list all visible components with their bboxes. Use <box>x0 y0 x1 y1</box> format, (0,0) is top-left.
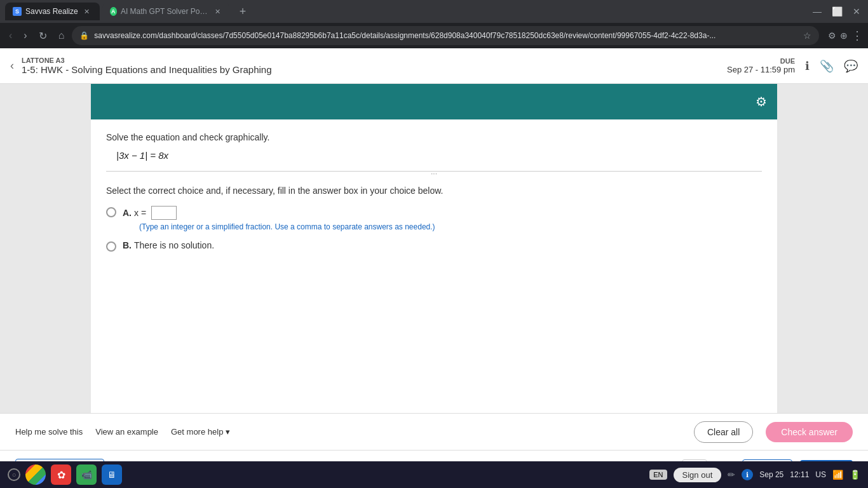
choice-a-content: A. x = (Type an integer or a simplified … <box>123 206 435 231</box>
clear-all-button[interactable]: Clear all <box>694 421 753 443</box>
tab-bar: S Savvas Realize ✕ A AI Math GPT Solver … <box>0 0 868 23</box>
due-section: DUE Sep 27 - 11:59 pm <box>727 57 795 74</box>
check-answer-button[interactable]: Check answer <box>766 422 853 442</box>
tab-savvas-label: Savvas Realize <box>25 7 78 16</box>
sign-out-button[interactable]: Sign out <box>674 468 722 482</box>
tab-savvas-close[interactable]: ✕ <box>82 6 92 17</box>
home-icon[interactable]: ⌂ <box>55 27 69 44</box>
meet-app-icon[interactable]: 📹 <box>76 464 97 485</box>
header-right: DUE Sep 27 - 11:59 pm ℹ 📎 💬 <box>727 57 858 74</box>
choice-list: A. x = (Type an integer or a simplified … <box>106 206 762 252</box>
tab-ai-math[interactable]: A AI Math GPT Solver Powered b... ✕ <box>102 3 229 20</box>
equation-display: |3x − 1| = 8x <box>116 150 762 161</box>
choice-b-label: B. <box>123 240 132 250</box>
choice-a-input[interactable] <box>151 206 177 220</box>
main-content-area: ⚙ Solve the equation and check graphical… <box>0 84 868 413</box>
lock-icon: 🔒 <box>79 31 89 40</box>
url-text: savvasrealize.com/dashboard/classes/7d55… <box>94 31 796 40</box>
tab-ai-math-close[interactable]: ✕ <box>214 6 222 17</box>
savvas-tab-icon: S <box>13 7 22 16</box>
maximize-button[interactable]: ⬜ <box>829 4 845 19</box>
ai-math-tab-icon: A <box>110 7 117 16</box>
tab-ai-math-label: AI Math GPT Solver Powered b... <box>121 7 210 16</box>
divider-line <box>106 171 762 172</box>
choice-a-prefix: x = <box>134 208 146 218</box>
assignment-title: 1-5: HWK - Solving Equations and Inequal… <box>22 64 727 75</box>
bookmark-icon[interactable]: ☆ <box>803 30 811 41</box>
content-teal-bar: ⚙ <box>91 84 777 119</box>
taskbar-circle-icon[interactable]: ○ <box>8 468 20 481</box>
header-info: LATTONE A3 1-5: HWK - Solving Equations … <box>22 57 727 75</box>
choice-a-item: A. x = (Type an integer or a simplified … <box>106 206 762 231</box>
class-label: LATTONE A3 <box>22 57 727 64</box>
choice-a-hint: (Type an integer or a simplified fractio… <box>139 222 435 231</box>
taskbar-date: Sep 25 <box>759 470 783 479</box>
question-settings-icon[interactable]: ⚙ <box>756 94 767 109</box>
extension-icon-2[interactable]: ⊕ <box>840 30 848 41</box>
forward-nav-icon[interactable]: › <box>20 27 31 44</box>
keyboard-layout[interactable]: EN <box>649 470 667 480</box>
browser-menu-button[interactable]: ⋮ <box>851 29 863 43</box>
choice-instruction: Select the correct choice and, if necess… <box>106 186 762 196</box>
taskbar-right: EN Sign out ✏ ℹ Sep 25 12:11 US 📶 🔋 <box>649 468 860 482</box>
battery-icon: 🔋 <box>850 470 860 480</box>
extension-icons: ⚙ ⊕ <box>828 30 848 41</box>
app-header: ‹ LATTONE A3 1-5: HWK - Solving Equation… <box>0 48 868 84</box>
get-more-help-link[interactable]: Get more help ▾ <box>171 427 230 437</box>
taskbar-time: 12:11 <box>790 470 809 479</box>
choice-b-content: B. There is no solution. <box>123 240 214 250</box>
browser-chrome: S Savvas Realize ✕ A AI Math GPT Solver … <box>0 0 868 48</box>
taskbar-edit-icon[interactable]: ✏ <box>728 470 735 480</box>
back-nav-icon[interactable]: ‹ <box>5 27 16 44</box>
question-body: Solve the equation and check graphically… <box>91 119 777 264</box>
minimize-button[interactable]: — <box>810 4 824 19</box>
help-me-solve-link[interactable]: Help me solve this <box>15 427 83 437</box>
red-app-icon[interactable]: ✿ <box>51 464 71 485</box>
question-card: ⚙ Solve the equation and check graphical… <box>91 84 777 413</box>
chrome-app-icon[interactable] <box>25 464 46 485</box>
question-instruction: Solve the equation and check graphically… <box>106 132 762 142</box>
due-date: Sep 27 - 11:59 pm <box>727 65 795 74</box>
choice-b-text: There is no solution. <box>134 240 214 250</box>
view-example-link[interactable]: View an example <box>95 427 158 437</box>
taskbar-region: US <box>815 470 826 479</box>
bottom-toolbar: Help me solve this View an example Get m… <box>0 413 868 450</box>
reload-icon[interactable]: ↻ <box>35 27 51 44</box>
attachment-icon[interactable]: 📎 <box>820 59 834 73</box>
due-label: DUE <box>727 57 795 65</box>
choice-a-radio[interactable] <box>106 207 116 217</box>
system-taskbar: ○ ✿ 📹 🖥 EN Sign out ✏ ℹ Sep 25 12:11 US … <box>0 461 868 488</box>
blue-app-icon[interactable]: 🖥 <box>102 464 122 485</box>
window-controls: — ⬜ ✕ <box>810 4 863 19</box>
wifi-icon: 📶 <box>832 470 843 480</box>
assignment-back-button[interactable]: ‹ <box>10 59 14 72</box>
info-icon[interactable]: ℹ <box>805 59 810 73</box>
tab-savvas[interactable]: S Savvas Realize ✕ <box>5 3 100 20</box>
address-box[interactable]: 🔒 savvasrealize.com/dashboard/classes/7d… <box>72 26 819 45</box>
chat-icon[interactable]: 💬 <box>844 59 858 73</box>
close-button[interactable]: ✕ <box>850 4 863 19</box>
choice-b-item: B. There is no solution. <box>106 240 762 252</box>
address-bar-row: ‹ › ↻ ⌂ 🔒 savvasrealize.com/dashboard/cl… <box>0 23 868 48</box>
choice-b-radio[interactable] <box>106 241 116 252</box>
choice-a-label: A. <box>123 208 132 218</box>
new-tab-button[interactable]: + <box>234 5 252 18</box>
taskbar-info-icon[interactable]: ℹ <box>742 469 753 480</box>
extension-icon-1[interactable]: ⚙ <box>828 30 836 41</box>
